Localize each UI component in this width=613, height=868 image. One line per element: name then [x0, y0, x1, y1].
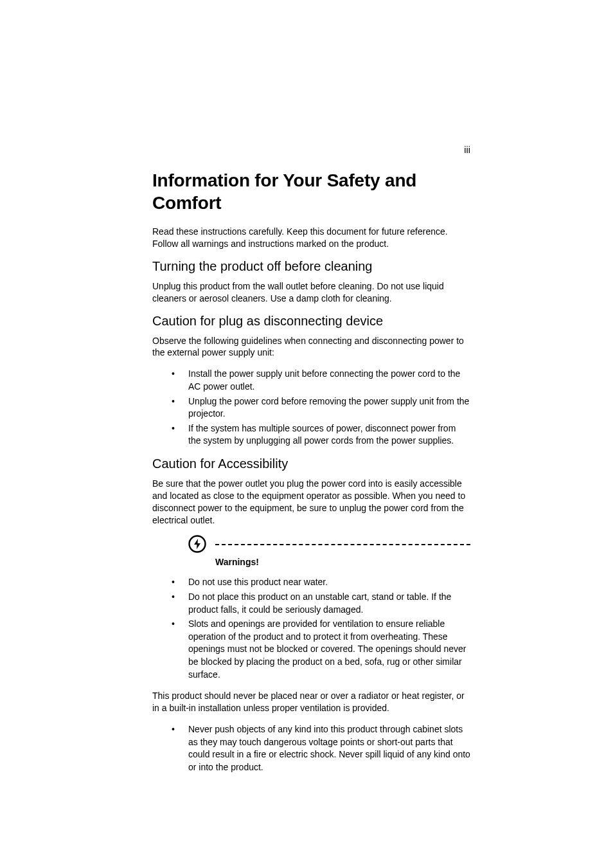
section-heading: Turning the product off before cleaning: [152, 259, 470, 274]
list-item: Unplug the power cord before removing th…: [152, 395, 470, 420]
bullet-list: Never push objects of any kind into this…: [152, 723, 470, 773]
section-heading: Caution for plug as disconnecting device: [152, 314, 470, 329]
lightning-icon: [188, 535, 206, 553]
section-body: Unplug this product from the wall outlet…: [152, 280, 470, 305]
bullet-list: Do not use this product near water. Do n…: [152, 576, 470, 681]
list-item: Do not place this product on an unstable…: [152, 591, 470, 616]
bullet-list: Install the power supply unit before con…: [152, 368, 470, 448]
section-body: Observe the following guidelines when co…: [152, 335, 470, 359]
list-item: Never push objects of any kind into this…: [152, 723, 470, 773]
section-body: Be sure that the power outlet you plug t…: [152, 478, 470, 527]
list-item: If the system has multiple sources of po…: [152, 422, 470, 448]
warning-block: Warnings!: [188, 535, 470, 567]
list-item: Do not use this product near water.: [152, 576, 470, 589]
document-page: iii Information for Your Safety and Comf…: [0, 0, 613, 868]
warning-label: Warnings!: [215, 557, 470, 567]
intro-paragraph: Read these instructions carefully. Keep …: [152, 226, 470, 250]
list-item: Slots and openings are provided for vent…: [152, 618, 470, 681]
list-item: Install the power supply unit before con…: [152, 368, 470, 393]
dashed-rule: [215, 544, 470, 545]
page-title: Information for Your Safety and Comfort: [152, 169, 470, 214]
warning-row: [188, 535, 470, 553]
section-heading: Caution for Accessibility: [152, 457, 470, 471]
page-number: iii: [464, 145, 470, 155]
warning-paragraph: This product should never be placed near…: [152, 690, 470, 714]
